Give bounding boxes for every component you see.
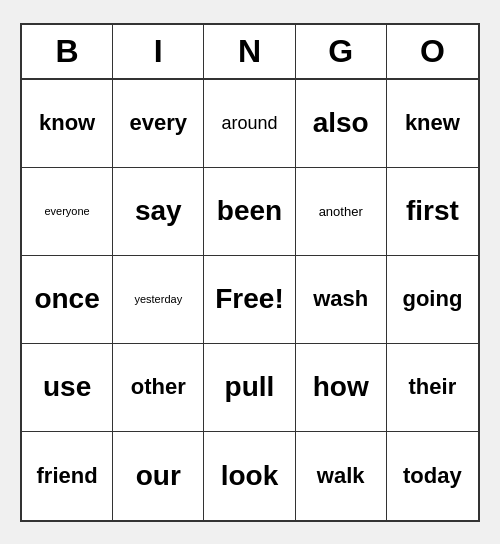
bingo-cell-text-17: pull (225, 371, 275, 403)
bingo-cell-text-8: another (319, 204, 363, 219)
bingo-grid: knoweveryaroundalsokneweveryonesaybeenan… (22, 80, 478, 520)
bingo-cell-22: look (204, 432, 295, 520)
bingo-cell-text-21: our (136, 460, 181, 492)
bingo-cell-12: Free! (204, 256, 295, 344)
bingo-cell-text-0: know (39, 110, 95, 136)
bingo-cell-text-24: today (403, 463, 462, 489)
bingo-cell-6: say (113, 168, 204, 256)
bingo-cell-text-16: other (131, 374, 186, 400)
bingo-cell-20: friend (22, 432, 113, 520)
bingo-cell-text-4: knew (405, 110, 460, 136)
bingo-cell-text-2: around (221, 113, 277, 134)
bingo-cell-text-18: how (313, 371, 369, 403)
bingo-cell-24: today (387, 432, 478, 520)
bingo-cell-text-20: friend (37, 463, 98, 489)
bingo-cell-text-7: been (217, 195, 282, 227)
bingo-cell-text-23: walk (317, 463, 365, 489)
bingo-cell-19: their (387, 344, 478, 432)
bingo-cell-18: how (296, 344, 387, 432)
bingo-cell-text-15: use (43, 371, 91, 403)
bingo-cell-text-13: wash (313, 286, 368, 312)
bingo-cell-3: also (296, 80, 387, 168)
bingo-cell-text-10: once (34, 283, 99, 315)
bingo-cell-1: every (113, 80, 204, 168)
bingo-cell-text-9: first (406, 195, 459, 227)
bingo-cell-15: use (22, 344, 113, 432)
header-letter-i: I (113, 25, 204, 78)
bingo-cell-text-1: every (130, 110, 188, 136)
header-letter-n: N (204, 25, 295, 78)
bingo-cell-11: yesterday (113, 256, 204, 344)
bingo-cell-text-6: say (135, 195, 182, 227)
bingo-cell-16: other (113, 344, 204, 432)
bingo-cell-14: going (387, 256, 478, 344)
bingo-cell-10: once (22, 256, 113, 344)
bingo-cell-text-11: yesterday (134, 293, 182, 305)
bingo-cell-17: pull (204, 344, 295, 432)
bingo-cell-text-12: Free! (215, 283, 283, 315)
bingo-cell-7: been (204, 168, 295, 256)
bingo-cell-5: everyone (22, 168, 113, 256)
bingo-cell-23: walk (296, 432, 387, 520)
bingo-cell-9: first (387, 168, 478, 256)
header-letter-b: B (22, 25, 113, 78)
bingo-cell-text-3: also (313, 107, 369, 139)
bingo-cell-8: another (296, 168, 387, 256)
bingo-cell-text-22: look (221, 460, 279, 492)
bingo-card: BINGO knoweveryaroundalsokneweveryonesay… (20, 23, 480, 522)
bingo-cell-13: wash (296, 256, 387, 344)
bingo-cell-text-19: their (409, 374, 457, 400)
bingo-cell-2: around (204, 80, 295, 168)
bingo-cell-0: know (22, 80, 113, 168)
bingo-cell-text-14: going (402, 286, 462, 312)
bingo-header: BINGO (22, 25, 478, 80)
bingo-cell-text-5: everyone (44, 205, 89, 217)
bingo-cell-4: knew (387, 80, 478, 168)
bingo-cell-21: our (113, 432, 204, 520)
header-letter-g: G (296, 25, 387, 78)
header-letter-o: O (387, 25, 478, 78)
